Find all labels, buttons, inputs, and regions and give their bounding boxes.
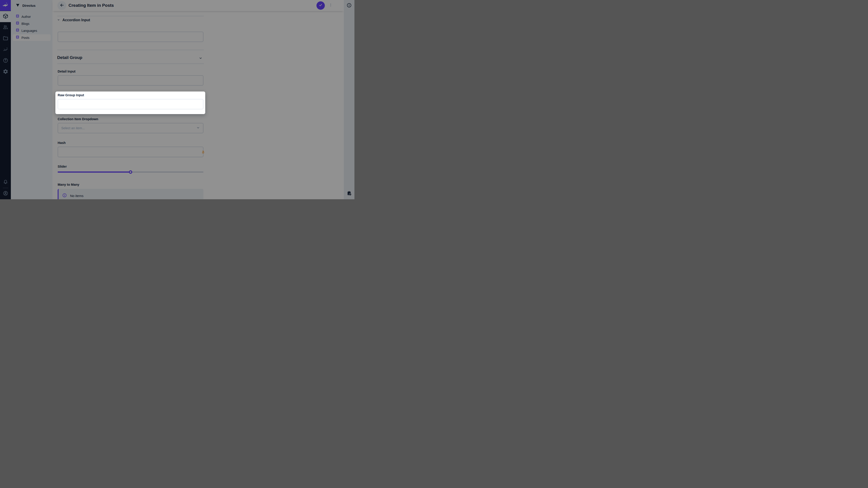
gear-icon bbox=[3, 69, 8, 75]
database-icon bbox=[16, 28, 20, 33]
users-icon bbox=[3, 24, 8, 31]
sidebar-item-label: Author bbox=[22, 15, 31, 19]
detail-group-toggle[interactable] bbox=[199, 57, 202, 61]
slider-fill bbox=[58, 171, 131, 173]
collection-item-dropdown-select[interactable]: Select an item... bbox=[58, 123, 204, 133]
page-header: Creating Item in Posts bbox=[53, 0, 344, 11]
hash-input-field[interactable] bbox=[58, 147, 204, 157]
info-circle-icon bbox=[346, 3, 352, 9]
slider-label: Slider bbox=[58, 165, 67, 168]
content-cube-icon bbox=[3, 13, 8, 20]
more-options-button[interactable] bbox=[328, 3, 333, 8]
page-title: Creating Item in Posts bbox=[68, 3, 114, 8]
notifications-button[interactable] bbox=[0, 177, 11, 188]
help-question-icon bbox=[3, 58, 8, 64]
sidebar-item-label: Posts bbox=[22, 36, 29, 39]
accordion-input-field[interactable] bbox=[58, 32, 204, 42]
lock-open-icon bbox=[201, 150, 205, 155]
chevron-down-icon bbox=[199, 57, 202, 61]
sidebar-item-blogs[interactable]: Blogs bbox=[13, 20, 51, 27]
detail-input-field[interactable] bbox=[58, 75, 204, 86]
module-help[interactable] bbox=[0, 55, 11, 66]
detail-input-label: Detail Input bbox=[58, 70, 75, 73]
accordion-section-label: Accordion Input bbox=[62, 18, 90, 22]
accordion-toggle[interactable]: Accordion Input bbox=[57, 18, 90, 22]
database-icon bbox=[16, 21, 20, 26]
save-button[interactable] bbox=[316, 1, 325, 10]
revisions-clipboard-clock-icon bbox=[346, 191, 352, 197]
module-settings[interactable] bbox=[0, 66, 11, 77]
collection-item-dropdown-label: Collection Item Dropdown bbox=[58, 117, 98, 121]
raw-group-input-label: Raw Group Input bbox=[58, 93, 84, 97]
bell-icon bbox=[3, 180, 8, 186]
many-to-many-label: Many to Many bbox=[58, 183, 79, 186]
project-wedge-icon bbox=[16, 3, 20, 8]
project-name: Directus bbox=[22, 4, 35, 7]
folder-icon bbox=[3, 35, 8, 42]
chevron-down-icon bbox=[196, 126, 200, 130]
account-button[interactable] bbox=[0, 188, 11, 199]
info-sidebar bbox=[344, 0, 354, 199]
directus-app: Directus Author Blogs bbox=[0, 0, 354, 199]
module-bar bbox=[0, 0, 11, 199]
no-items-notice: No items bbox=[58, 189, 204, 199]
divider bbox=[57, 64, 204, 64]
no-items-text: No items bbox=[70, 194, 84, 198]
raw-group-input-field[interactable] bbox=[58, 99, 204, 109]
kebab-menu-icon bbox=[329, 3, 333, 8]
select-placeholder: Select an item... bbox=[61, 126, 85, 130]
module-users[interactable] bbox=[0, 22, 11, 33]
back-button[interactable] bbox=[57, 1, 66, 10]
directus-logo-button[interactable] bbox=[0, 0, 11, 11]
chevron-down-icon bbox=[57, 18, 60, 22]
module-content[interactable] bbox=[0, 11, 11, 22]
hash-label: Hash bbox=[58, 141, 66, 144]
directus-rabbit-logo-icon bbox=[2, 2, 9, 9]
check-icon bbox=[318, 3, 323, 8]
sidebar-item-label: Blogs bbox=[22, 22, 29, 26]
sidebar-item-author[interactable]: Author bbox=[13, 13, 51, 20]
slider-control[interactable] bbox=[58, 170, 204, 174]
database-icon bbox=[16, 14, 20, 19]
info-sidebar-toggle[interactable] bbox=[344, 3, 354, 9]
detail-group-heading: Detail Group bbox=[57, 55, 82, 60]
insights-chart-icon bbox=[3, 46, 8, 53]
raw-group-input-spotlight-card: Raw Group Input bbox=[55, 92, 205, 114]
module-files[interactable] bbox=[0, 33, 11, 44]
project-chooser[interactable]: Directus bbox=[11, 0, 53, 11]
revisions-button[interactable] bbox=[344, 191, 354, 197]
info-circle-icon bbox=[62, 193, 67, 199]
database-icon bbox=[16, 35, 20, 40]
divider bbox=[57, 50, 204, 50]
divider bbox=[57, 16, 204, 16]
slider-thumb[interactable] bbox=[129, 170, 132, 174]
module-insights[interactable] bbox=[0, 44, 11, 55]
account-circle-icon bbox=[3, 191, 8, 197]
sidebar-item-posts[interactable]: Posts bbox=[13, 34, 51, 41]
sidebar-item-label: Languages bbox=[22, 29, 37, 33]
sidebar-item-languages[interactable]: Languages bbox=[13, 27, 51, 34]
nav-sidebar: Directus Author Blogs bbox=[11, 0, 53, 199]
back-arrow-icon bbox=[59, 3, 64, 8]
